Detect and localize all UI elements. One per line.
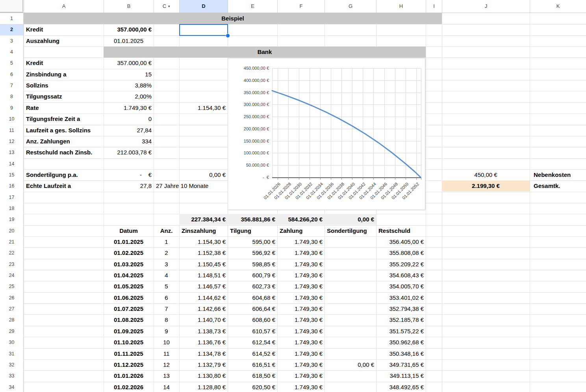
column-header-I[interactable]: I [426, 0, 442, 13]
schedule-cell[interactable]: 1.148,51 € [179, 270, 228, 281]
schedule-cell[interactable]: 600,79 € [228, 270, 277, 281]
schedule-cell[interactable]: 01.07.2025 [104, 303, 154, 314]
schedule-cell[interactable]: 1.749,30 € [277, 270, 325, 281]
schedule-cell[interactable]: 01.10.2025 [104, 337, 154, 348]
row-header-29[interactable]: 29 [0, 326, 24, 337]
cell-sum-f[interactable]: 584.266,20 € [277, 214, 325, 225]
row-header-12[interactable]: 12 [0, 136, 24, 147]
schedule-cell[interactable]: 1.154,30 € [179, 236, 228, 247]
column-header-F[interactable]: F [277, 0, 325, 13]
cell-sondertilgung-label[interactable]: Sondertilgung p.a. [24, 169, 104, 180]
schedule-header-0[interactable]: Datum [104, 225, 154, 236]
cell-laufzeit-label[interactable]: Echte Laufzeit a [24, 180, 104, 191]
schedule-cell[interactable]: 1.749,30 € [277, 382, 325, 392]
bank-merged-cell[interactable]: Bank [104, 46, 426, 58]
schedule-cell[interactable]: 1.138,73 € [179, 326, 228, 337]
row-header-7[interactable]: 7 [0, 80, 24, 91]
schedule-cell[interactable]: 01.08.2025 [104, 314, 154, 325]
schedule-cell[interactable]: 1.749,30 € [277, 370, 325, 381]
schedule-cell[interactable]: 0,00 € [325, 359, 376, 370]
cell-sum-e[interactable]: 356.881,86 € [228, 214, 277, 225]
cell-bank-label[interactable]: Kredit [24, 58, 104, 69]
cell-gesamt-value[interactable]: 2.199,30 € [442, 180, 530, 191]
schedule-cell[interactable]: 1.134,78 € [179, 348, 228, 359]
schedule-cell[interactable]: 608,60 € [228, 314, 277, 325]
schedule-header-1[interactable]: Anz. [154, 225, 179, 236]
row-header-33[interactable]: 33 [0, 370, 24, 382]
cell-sondertilgung-extra[interactable]: 0,00 € [179, 169, 228, 180]
column-header-K[interactable]: K [530, 0, 586, 13]
schedule-cell[interactable]: 12 [154, 359, 179, 370]
column-header-B[interactable]: B [104, 0, 154, 13]
schedule-header-6[interactable]: Restschuld [376, 225, 426, 236]
row-header-24[interactable]: 24 [0, 270, 24, 281]
schedule-cell[interactable]: 349.113,15 € [376, 370, 426, 381]
cell-bank-value[interactable]: 212.003,78 € [104, 147, 154, 158]
schedule-cell[interactable]: 350.962,68 € [376, 337, 426, 348]
cell-gesamt-label[interactable]: Gesamtk. [531, 180, 586, 191]
schedule-cell[interactable]: 3 [154, 259, 179, 270]
schedule-cell[interactable]: 618,50 € [228, 370, 277, 381]
cell-bank-value[interactable]: 27,84 [104, 125, 154, 136]
schedule-cell[interactable]: 9 [154, 326, 179, 337]
schedule-cell[interactable]: 606,64 € [228, 303, 277, 314]
schedule-cell[interactable]: 1.144,62 € [179, 292, 228, 303]
row-header-8[interactable]: 8 [0, 91, 24, 102]
schedule-cell[interactable]: 13 [154, 370, 179, 381]
schedule-cell[interactable]: 01.04.2025 [104, 270, 154, 281]
column-header-A[interactable]: A [24, 0, 104, 13]
schedule-header-2[interactable]: Zinszahlung [179, 225, 228, 236]
schedule-cell[interactable]: 1.749,30 € [277, 259, 325, 270]
cell-laufzeit-value[interactable]: 27,8 [104, 180, 154, 191]
schedule-cell[interactable]: 1.749,30 € [277, 292, 325, 303]
schedule-cell[interactable] [325, 281, 376, 292]
schedule-cell[interactable]: 01.03.2025 [104, 259, 154, 270]
cell-bank-value[interactable]: 357.000,00 € [104, 58, 154, 69]
schedule-cell[interactable]: 1.142,66 € [179, 303, 228, 314]
cell-sondertilgung-value[interactable]: - € [104, 169, 154, 180]
row-header-23[interactable]: 23 [0, 259, 24, 270]
schedule-cell[interactable]: 4 [154, 270, 179, 281]
schedule-header-3[interactable]: Tilgung [228, 225, 277, 236]
schedule-cell[interactable]: 602,73 € [228, 281, 277, 292]
schedule-cell[interactable]: 1.146,57 € [179, 281, 228, 292]
row-header-34[interactable]: 34 [0, 382, 24, 392]
schedule-cell[interactable] [325, 314, 376, 325]
schedule-cell[interactable]: 8 [154, 314, 179, 325]
schedule-cell[interactable] [325, 382, 376, 392]
schedule-cell[interactable]: 351.575,22 € [376, 326, 426, 337]
schedule-cell[interactable] [325, 348, 376, 359]
cell-bank-value[interactable]: 15 [104, 69, 154, 80]
column-header-J[interactable]: J [442, 0, 530, 13]
select-all-corner[interactable] [0, 0, 23, 13]
schedule-cell[interactable]: 5 [154, 281, 179, 292]
row-header-4[interactable]: 4 [0, 46, 24, 58]
schedule-cell[interactable]: 610,57 € [228, 326, 277, 337]
schedule-cell[interactable]: 1.749,30 € [277, 303, 325, 314]
schedule-cell[interactable]: 01.05.2025 [104, 281, 154, 292]
beispiel-merged-cell[interactable]: Beispiel [24, 13, 442, 24]
cell-sum-g[interactable]: 0,00 € [325, 214, 376, 225]
schedule-cell[interactable]: 11 [154, 348, 179, 359]
column-header-C[interactable]: C▼ [154, 0, 179, 13]
row-header-9[interactable]: 9 [0, 102, 24, 113]
row-header-16[interactable]: 16 [0, 180, 24, 192]
schedule-cell[interactable]: 1.150,45 € [179, 259, 228, 270]
schedule-cell[interactable]: 1.749,30 € [277, 281, 325, 292]
row-header-3[interactable]: 3 [0, 35, 24, 46]
schedule-cell[interactable]: 354.005,70 € [376, 281, 426, 292]
row-header-5[interactable]: 5 [0, 58, 24, 69]
column-dropdown-icon[interactable]: ▼ [167, 5, 171, 8]
cell-bank-value[interactable]: 3,88% [104, 80, 154, 91]
schedule-cell[interactable]: 1.749,30 € [277, 348, 325, 359]
schedule-cell[interactable] [325, 303, 376, 314]
schedule-cell[interactable]: 598,85 € [228, 259, 277, 270]
column-header-D[interactable]: D [179, 0, 228, 13]
schedule-cell[interactable]: 01.02.2025 [104, 247, 154, 258]
column-header-G[interactable]: G [325, 0, 376, 13]
schedule-cell[interactable]: 352.794,38 € [376, 303, 426, 314]
row-header-18[interactable]: 18 [0, 203, 24, 214]
row-header-30[interactable]: 30 [0, 337, 24, 348]
schedule-cell[interactable]: 614,52 € [228, 348, 277, 359]
schedule-cell[interactable]: 7 [154, 303, 179, 314]
